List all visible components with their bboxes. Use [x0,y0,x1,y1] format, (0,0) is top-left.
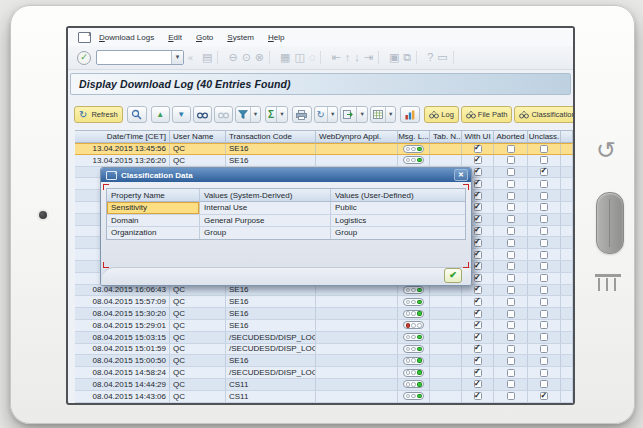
with-ui-checkbox[interactable] [474,298,482,306]
table-row[interactable]: 13.04.2015 13:45:56 QC SE16 [75,143,573,155]
with-ui-checkbox[interactable] [474,274,482,282]
unclass-checkbox[interactable] [540,357,548,365]
with-ui-checkbox[interactable] [474,333,482,341]
with-ui-checkbox[interactable] [474,192,482,200]
unclass-checkbox[interactable] [540,203,548,211]
command-field[interactable]: ▼ [96,50,184,65]
aborted-checkbox[interactable] [507,369,515,377]
command-input[interactable] [97,51,171,64]
function-button-classification[interactable]: Classification [514,106,575,123]
aborted-checkbox[interactable] [507,345,515,353]
table-row[interactable]: 08.04.2015 15:03:15 QC /SECUDESD/DISP_LO… [75,332,573,344]
aborted-checkbox[interactable] [507,333,515,341]
unclass-checkbox[interactable] [540,345,548,353]
classification-row[interactable]: Domain General Purpose Logistics [107,215,465,228]
with-ui-checkbox[interactable] [474,262,482,270]
aborted-checkbox[interactable] [507,215,515,223]
table-row[interactable]: 08.04.2015 15:57:09 QC SE16 [75,296,573,308]
cell-user-value[interactable]: Group [331,227,465,239]
with-ui-checkbox[interactable] [474,239,482,247]
find-next-button[interactable] [214,106,233,123]
unclass-checkbox[interactable] [540,262,548,270]
unclass-checkbox[interactable] [540,215,548,223]
refresh-button[interactable]: ↻ Refresh [74,106,123,123]
chevron-down-icon[interactable]: ▼ [327,107,335,122]
with-ui-checkbox[interactable] [474,286,482,294]
unclass-checkbox[interactable] [540,298,548,306]
col-header-msg[interactable]: Msg. L... [398,131,430,142]
col-header-tcode[interactable]: Transaction Code [226,131,316,142]
sort-descending-button[interactable]: ▼ [172,106,191,123]
unclass-checkbox[interactable] [540,286,548,294]
aborted-checkbox[interactable] [507,239,515,247]
menu-item[interactable]: Edit [168,33,182,42]
aborted-checkbox[interactable] [507,262,515,270]
chevron-down-icon[interactable]: ▼ [356,107,364,122]
cell-property[interactable]: Sensitivity [107,202,200,214]
col-header-unclass[interactable]: Unclass. [528,131,561,142]
col-header-property[interactable]: Property Name [107,189,200,201]
table-row[interactable]: 08.04.2015 14:43:06 QC CS11 [75,391,573,403]
function-button-log[interactable]: Log [424,106,459,123]
aborted-checkbox[interactable] [507,380,515,388]
with-ui-checkbox[interactable] [474,145,482,153]
with-ui-checkbox[interactable] [474,369,482,377]
spreadsheet-button[interactable]: ▼ [370,106,396,123]
menu-item[interactable]: Download Logs [99,33,154,42]
table-row[interactable]: 08.04.2015 14:44:29 QC CS11 [75,379,573,391]
with-ui-checkbox[interactable] [474,168,482,176]
confirm-button[interactable]: ✔ [444,268,462,283]
classification-row[interactable]: Sensitivity Internal Use Public [107,202,465,215]
dialog-menu-icon[interactable] [106,171,117,180]
menu-item[interactable]: Help [268,33,284,42]
with-ui-checkbox[interactable] [474,357,482,365]
chart-button[interactable] [400,106,420,123]
dialog-title-bar[interactable]: Classification Data ✕ [101,168,471,182]
chevron-down-icon[interactable]: ▼ [250,107,258,122]
unclass-checkbox[interactable] [540,227,548,235]
with-ui-checkbox[interactable] [474,392,482,400]
with-ui-checkbox[interactable] [474,156,482,164]
col-header-tab[interactable]: Tab. N... [430,131,462,142]
chevron-down-icon[interactable]: ▼ [171,51,183,64]
toolbar-collapse-icon[interactable]: « [188,53,193,63]
cell-user-value[interactable]: Logistics [331,215,465,227]
unclass-checkbox[interactable] [540,380,548,388]
unclass-checkbox[interactable] [540,180,548,188]
aborted-checkbox[interactable] [507,145,515,153]
choose-detail-button[interactable] [127,106,147,123]
with-ui-checkbox[interactable] [474,310,482,318]
function-button-file-path[interactable]: File Path [461,106,513,123]
cell-system-value[interactable]: Internal Use [200,202,331,214]
with-ui-checkbox[interactable] [474,180,482,188]
aborted-checkbox[interactable] [507,192,515,200]
unclass-checkbox[interactable] [540,333,548,341]
views-button[interactable]: ↻ ▼ [314,106,339,123]
cell-system-value[interactable]: Group [200,227,331,239]
table-row[interactable]: 08.04.2015 15:01:59 QC /SECUDESD/DISP_LO… [75,344,573,356]
table-row[interactable]: 08.04.2015 15:30:20 QC SE16 [75,308,573,320]
col-header-webdynpro[interactable]: WebDynpro Appl. [316,131,398,142]
aborted-checkbox[interactable] [507,156,515,164]
print-button[interactable] [292,106,312,123]
chevron-down-icon[interactable]: ▼ [276,107,284,122]
unclass-checkbox[interactable] [540,251,548,259]
classification-row[interactable]: Organization Group Group [107,227,465,239]
cell-system-value[interactable]: General Purpose [200,215,331,227]
sort-ascending-button[interactable]: ▲ [151,106,170,123]
with-ui-checkbox[interactable] [474,215,482,223]
home-button[interactable] [596,192,624,254]
table-row[interactable]: 08.04.2015 15:29:01 QC SE16 [75,320,573,332]
with-ui-checkbox[interactable] [474,345,482,353]
filter-button[interactable]: ▼ [235,106,261,123]
col-header-system[interactable]: Values (System-Derived) [200,189,331,201]
col-header-user[interactable]: User Name [170,131,226,142]
with-ui-checkbox[interactable] [474,227,482,235]
unclass-checkbox[interactable] [540,321,548,329]
aborted-checkbox[interactable] [507,392,515,400]
aborted-checkbox[interactable] [507,286,515,294]
export-button[interactable]: ▼ [340,106,367,123]
cell-property[interactable]: Organization [107,227,200,239]
aborted-checkbox[interactable] [507,203,515,211]
aborted-checkbox[interactable] [507,251,515,259]
